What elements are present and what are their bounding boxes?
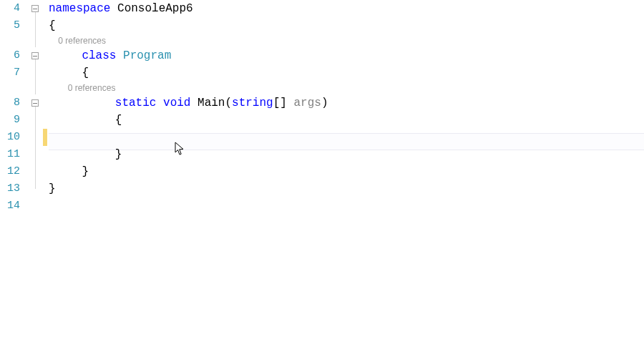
code-line[interactable]: { <box>49 112 644 129</box>
margin-row <box>24 180 49 197</box>
margin-row <box>24 64 49 82</box>
open-brace: { <box>115 114 122 127</box>
line-number: 9 <box>0 112 20 129</box>
param-name: args <box>293 97 321 109</box>
param-type: string <box>232 97 273 109</box>
code-line[interactable]: { <box>49 17 644 34</box>
line-number: 5 <box>0 17 20 34</box>
code-line[interactable]: class Program <box>49 47 644 64</box>
open-brace: { <box>49 19 56 32</box>
keyword-static: static <box>115 97 157 109</box>
code-line[interactable]: } <box>49 163 644 180</box>
keyword-void: void <box>156 97 190 109</box>
line-number: 12 <box>0 163 20 180</box>
code-line[interactable] <box>49 197 644 215</box>
codelens-references[interactable]: 0 references <box>49 34 644 47</box>
keyword-namespace: namespace <box>49 2 110 15</box>
keyword-class: class <box>82 49 116 62</box>
codelens-text: 0 references <box>68 83 116 93</box>
codelens-references[interactable]: 0 references <box>49 82 644 94</box>
param-brackets: [] <box>273 97 294 109</box>
close-brace: } <box>49 182 56 195</box>
margin-row <box>24 112 49 129</box>
code-editor[interactable]: 4 5 6 7 8 9 10 11 12 13 14 <box>0 0 644 362</box>
margin-row <box>24 163 49 180</box>
close-brace: } <box>115 148 122 161</box>
line-number: 7 <box>0 64 20 82</box>
lparen: ( <box>225 97 232 109</box>
line-number: 8 <box>0 94 20 112</box>
line-number: 10 <box>0 129 20 146</box>
code-line[interactable]: { <box>49 64 644 82</box>
margin-row <box>24 197 49 215</box>
fold-toggle-icon[interactable] <box>31 5 39 12</box>
codelens-text: 0 references <box>58 36 106 46</box>
line-number: 6 <box>0 47 20 64</box>
line-number-gutter: 4 5 6 7 8 9 10 11 12 13 14 <box>0 0 24 362</box>
line-number: 4 <box>0 0 20 17</box>
close-brace: } <box>82 165 89 178</box>
open-brace: { <box>82 67 89 79</box>
margin-row <box>24 82 49 94</box>
margin-row <box>24 34 49 47</box>
namespace-name: ConsoleApp6 <box>110 2 192 15</box>
code-line[interactable]: } <box>49 180 644 197</box>
margin-row <box>24 0 49 17</box>
outline-guide <box>35 12 36 17</box>
change-indicator <box>43 129 47 146</box>
margin-row <box>24 94 49 112</box>
class-name: Program <box>116 49 171 62</box>
margin-row <box>24 17 49 34</box>
rparen: ) <box>321 97 328 109</box>
margin-row <box>24 146 49 163</box>
line-number: 13 <box>0 180 20 197</box>
line-number: 11 <box>0 146 20 163</box>
method-name: Main <box>190 97 225 109</box>
margin-row <box>24 129 49 146</box>
fold-toggle-icon[interactable] <box>31 52 39 59</box>
code-line[interactable] <box>49 129 644 146</box>
line-number: 14 <box>0 197 20 215</box>
code-area[interactable]: namespace ConsoleApp6 { 0 references cla… <box>49 0 644 362</box>
margin-row <box>24 47 49 64</box>
fold-margin <box>24 0 49 362</box>
code-line[interactable]: namespace ConsoleApp6 <box>49 0 644 17</box>
code-line[interactable]: static void Main(string[] args) <box>49 94 644 112</box>
fold-toggle-icon[interactable] <box>31 99 39 107</box>
code-line[interactable]: } <box>49 146 644 163</box>
